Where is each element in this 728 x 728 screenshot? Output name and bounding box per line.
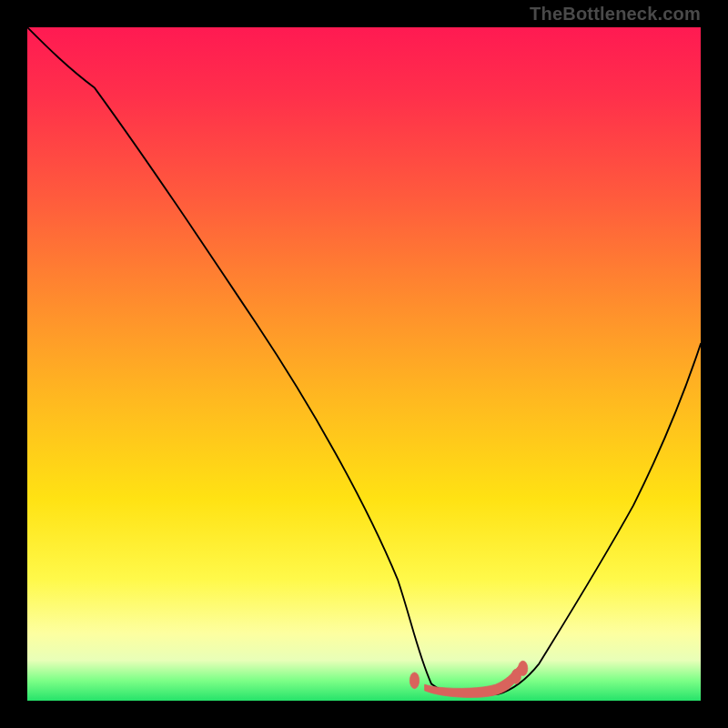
plot-area [27,27,701,701]
svg-point-2 [518,661,527,675]
flat-minimum-markers [410,661,528,697]
curve-layer [27,27,701,701]
svg-point-0 [410,672,419,689]
bottleneck-curve [27,27,701,695]
chart-frame: TheBottleneck.com [0,0,728,728]
attribution-text: TheBottleneck.com [530,4,701,25]
